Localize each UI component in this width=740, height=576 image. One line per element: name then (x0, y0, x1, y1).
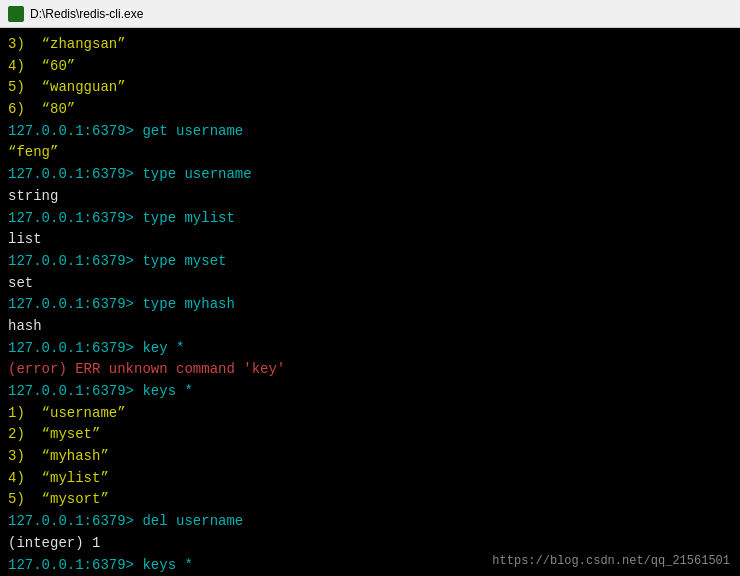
terminal-line: 127.0.0.1:6379> type username (8, 164, 732, 186)
terminal-line: 127.0.0.1:6379> type myset (8, 251, 732, 273)
terminal-line: “feng” (8, 142, 732, 164)
terminal-line: 127.0.0.1:6379> del username (8, 511, 732, 533)
terminal-line: 127.0.0.1:6379> get username (8, 121, 732, 143)
terminal: 3) “zhangsan”4) “60”5) “wangguan”6) “80”… (0, 28, 740, 576)
terminal-line: 127.0.0.1:6379> key * (8, 338, 732, 360)
terminal-icon (8, 6, 24, 22)
terminal-line: 127.0.0.1:6379> type mylist (8, 208, 732, 230)
terminal-line: set (8, 273, 732, 295)
terminal-line: (integer) 1 (8, 533, 732, 555)
terminal-line: 1) “username” (8, 403, 732, 425)
terminal-line: 6) “80” (8, 99, 732, 121)
terminal-line: 3) “zhangsan” (8, 34, 732, 56)
terminal-line: string (8, 186, 732, 208)
terminal-line: 5) “mysort” (8, 489, 732, 511)
terminal-line: 4) “mylist” (8, 468, 732, 490)
terminal-line: list (8, 229, 732, 251)
title-bar-text: D:\Redis\redis-cli.exe (30, 7, 143, 21)
terminal-line: hash (8, 316, 732, 338)
terminal-line: 127.0.0.1:6379> type myhash (8, 294, 732, 316)
terminal-line: 2) “myset” (8, 424, 732, 446)
terminal-line: 4) “60” (8, 56, 732, 78)
terminal-line: 127.0.0.1:6379> keys * (8, 381, 732, 403)
terminal-line: 3) “myhash” (8, 446, 732, 468)
terminal-line: 5) “wangguan” (8, 77, 732, 99)
terminal-line: (error) ERR unknown command 'key' (8, 359, 732, 381)
title-bar: D:\Redis\redis-cli.exe (0, 0, 740, 28)
watermark: https://blog.csdn.net/qq_21561501 (492, 554, 730, 568)
